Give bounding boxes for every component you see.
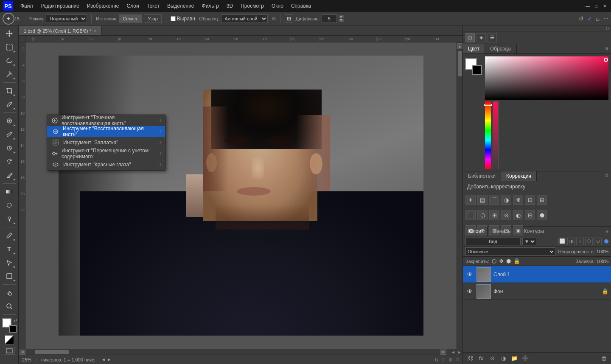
diffusion-stepper[interactable]: ▲ ▼: [339, 15, 344, 22]
vibrance-btn[interactable]: ❋: [513, 195, 523, 205]
vscroll-up-btn[interactable]: ▲: [457, 43, 462, 49]
maximize-button[interactable]: □: [592, 2, 600, 10]
search-btn[interactable]: ⌕: [596, 15, 600, 22]
layer-filter-adj[interactable]: ◑: [567, 238, 575, 245]
menu-layers[interactable]: Слои: [123, 2, 143, 10]
quick-mask-btn[interactable]: [5, 335, 14, 344]
delete-layer-btn[interactable]: 🗑: [599, 354, 608, 363]
layers-filter-dropdown[interactable]: ▼: [522, 238, 536, 245]
hand-tool[interactable]: [2, 286, 17, 299]
colorlookup-btn[interactable]: ⊙: [501, 210, 511, 220]
fill-value[interactable]: 100%: [597, 259, 608, 264]
ctx-patch-tool[interactable]: Инструмент "Заплатка" J: [47, 137, 165, 148]
horizontal-scrollbar[interactable]: ◄ ► ◄ ►: [19, 349, 462, 355]
nav-left-btn[interactable]: ◄: [451, 350, 455, 355]
vertical-scrollbar[interactable]: ▲: [457, 42, 462, 349]
color-panel-menu-btn[interactable]: ≡: [603, 44, 611, 53]
menu-image[interactable]: Изображение: [84, 2, 123, 10]
layers-tab[interactable]: Слои: [463, 227, 488, 236]
add-style-btn[interactable]: fx: [476, 354, 486, 363]
add-layer-btn[interactable]: ➕: [521, 354, 530, 363]
menu-help[interactable]: Справка: [288, 2, 314, 10]
menu-select[interactable]: Выделение: [164, 2, 198, 10]
gradient-tool[interactable]: [2, 185, 17, 198]
tab-close-btn[interactable]: ×: [94, 28, 96, 34]
ctx-content-aware-move[interactable]: Инструмент "Перемещение с учетом содержи…: [47, 148, 165, 159]
layer-bg-visibility-btn[interactable]: 👁: [465, 287, 474, 296]
opacity-value[interactable]: 100%: [597, 249, 608, 254]
layer-filter-shape[interactable]: ⬡: [585, 238, 593, 245]
curves-btn[interactable]: ⌒: [489, 195, 499, 205]
eyedropper-btn[interactable]: ⊙: [272, 16, 276, 21]
alpha-slider[interactable]: [493, 101, 499, 169]
sb-field[interactable]: [485, 56, 608, 100]
blur-tool[interactable]: [2, 199, 17, 212]
panel-icon-2[interactable]: ☰: [488, 33, 497, 42]
ctx-spot-heal-brush[interactable]: Инструмент "Точечная восстанавливающая к…: [47, 115, 165, 126]
menu-3d[interactable]: 3D: [223, 2, 236, 10]
text-tool[interactable]: T ▶: [2, 243, 17, 255]
check-btn[interactable]: ✓: [587, 15, 592, 22]
menu-file[interactable]: Файл: [17, 2, 36, 10]
hsl-btn[interactable]: ⊡: [525, 195, 535, 205]
menu-text[interactable]: Текст: [143, 2, 163, 10]
move-tool[interactable]: [2, 27, 17, 40]
hscroll-thumb[interactable]: [35, 350, 69, 354]
photofilter-btn[interactable]: ⬡: [477, 210, 488, 220]
invert-btn[interactable]: ◐: [513, 210, 523, 220]
channels-tab[interactable]: Каналы: [488, 227, 518, 236]
layer-filter-smart[interactable]: ⊙: [594, 238, 602, 245]
source-sampled-btn[interactable]: Семпл.: [119, 14, 142, 23]
source-pattern-btn[interactable]: Узор: [144, 14, 162, 23]
tool-size[interactable]: 15: [14, 16, 20, 21]
layer-filter-type[interactable]: T: [576, 238, 584, 245]
close-button[interactable]: ✕: [601, 2, 608, 10]
colorbalance-btn[interactable]: ⊞: [537, 195, 547, 205]
history-brush-tool[interactable]: [2, 155, 17, 168]
rotate-btn[interactable]: ↺: [579, 15, 584, 22]
add-group-btn[interactable]: 📁: [510, 354, 519, 363]
hscroll-left-btn[interactable]: ◄: [20, 350, 25, 355]
minimize-button[interactable]: —: [584, 2, 591, 10]
fg-color-btn[interactable]: □: [465, 33, 475, 42]
screen-mode-btn[interactable]: [4, 347, 15, 355]
correction-panel-menu-btn[interactable]: ≡: [603, 171, 611, 180]
status-prev-btn[interactable]: ◄: [101, 357, 106, 362]
add-adjustment-btn[interactable]: ◑: [499, 354, 508, 363]
layer-item-1[interactable]: 👁 Слой 1: [463, 266, 611, 283]
dodge-tool[interactable]: ▶: [2, 213, 17, 225]
background-swatch[interactable]: [472, 65, 482, 75]
swap-colors-btn[interactable]: ⇄: [14, 318, 17, 322]
bw-btn[interactable]: ⬛: [465, 210, 476, 220]
background-color[interactable]: [9, 325, 17, 333]
marquee-tool[interactable]: ▶: [2, 41, 17, 53]
posterize-btn[interactable]: ⊟: [525, 210, 535, 220]
ctx-red-eye[interactable]: Инструмент "Красные глаза" J: [47, 159, 165, 170]
channelmixer-btn[interactable]: ⊞: [489, 210, 499, 220]
panel-collapse-btn[interactable]: ⟩⟩: [606, 26, 609, 31]
threshold-btn[interactable]: ⬟: [537, 210, 547, 220]
ctx-heal-brush[interactable]: Инструмент "Восстанавливающая кисть" J: [47, 126, 165, 137]
path-select-tool[interactable]: ▶: [2, 256, 17, 269]
layer-item-bg[interactable]: 👁 Фон 🔒: [463, 283, 611, 300]
eyedropper-tool[interactable]: ▶: [2, 98, 17, 111]
diffusion-input[interactable]: 5: [322, 14, 337, 23]
menu-filter[interactable]: Фильтр: [199, 2, 222, 10]
magic-wand-tool[interactable]: ▶: [2, 68, 17, 81]
menu-edit[interactable]: Редактирование: [37, 2, 83, 10]
layer-1-visibility-btn[interactable]: 👁: [465, 270, 474, 279]
status-next-btn[interactable]: ►: [107, 357, 112, 362]
zoom-tool[interactable]: [2, 300, 17, 313]
add-mask-btn[interactable]: ⊙: [488, 354, 497, 363]
lock-all-btn[interactable]: 🔒: [513, 258, 520, 264]
layers-panel-menu-btn[interactable]: ≡: [605, 228, 608, 234]
fx-btn[interactable]: fx: [435, 357, 439, 362]
vscroll-thumb[interactable]: [458, 51, 462, 76]
color-tab[interactable]: Цвет: [463, 44, 485, 53]
options-btn[interactable]: ⋯: [603, 16, 608, 22]
lock-artboard-btn[interactable]: ⬢: [506, 258, 511, 264]
layer-filter-pixel[interactable]: ⬜: [558, 238, 566, 245]
hue-slider[interactable]: [485, 101, 491, 169]
paths-tab[interactable]: Контуры: [518, 227, 550, 236]
link-layers-btn[interactable]: ⛓: [465, 354, 475, 363]
